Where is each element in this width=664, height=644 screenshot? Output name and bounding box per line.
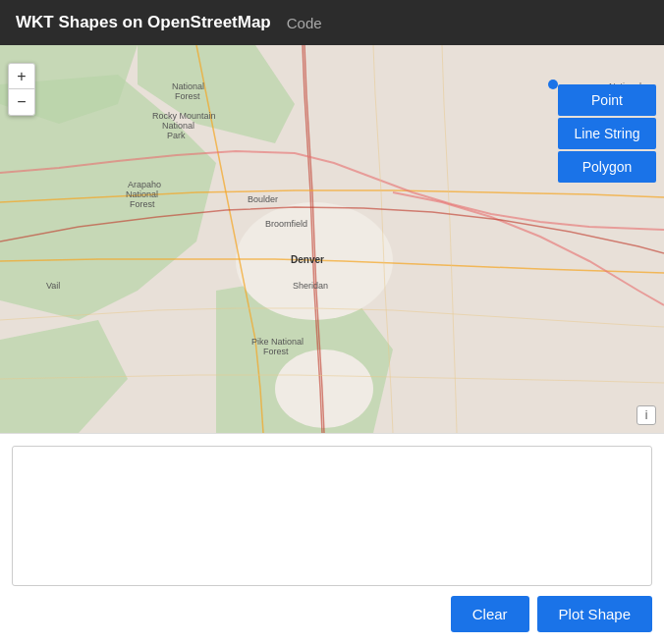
svg-text:Park: Park [167,131,186,140]
line-string-button[interactable]: Line String [558,118,656,149]
map-point-marker [548,80,558,89]
svg-text:National: National [162,121,194,131]
info-button[interactable]: i [636,405,656,425]
svg-text:Arapaho: Arapaho [128,180,161,189]
svg-text:National: National [126,189,158,199]
svg-text:Forest: Forest [263,347,289,356]
svg-text:National: National [172,81,204,91]
svg-text:Sheridan: Sheridan [293,281,328,291]
clear-button[interactable]: Clear [451,596,529,632]
zoom-out-button[interactable]: − [9,89,34,115]
zoom-controls: + − [8,63,35,116]
svg-text:Rocky Mountain: Rocky Mountain [152,111,216,121]
svg-text:Forest: Forest [130,199,155,209]
polygon-button[interactable]: Polygon [558,151,656,183]
svg-text:Pike National: Pike National [251,337,304,347]
svg-text:Broomfield: Broomfield [265,219,307,229]
action-buttons: Clear Plot Shape [12,596,652,632]
zoom-in-button[interactable]: + [9,64,34,89]
bottom-panel: Clear Plot Shape [0,433,664,644]
wkt-input[interactable] [12,446,652,586]
plot-shape-button[interactable]: Plot Shape [537,596,652,632]
code-link[interactable]: Code [287,15,322,31]
svg-text:Boulder: Boulder [248,194,278,204]
svg-text:Forest: Forest [175,91,200,101]
svg-text:Denver: Denver [291,254,324,265]
map-container: Rocky Mountain National Park Arapaho Nat… [0,45,664,433]
app-header: WKT Shapes on OpenStreetMap Code [0,0,664,45]
svg-point-7 [275,349,373,428]
app-title: WKT Shapes on OpenStreetMap [16,13,271,32]
shape-buttons-panel: Point Line String Polygon [558,84,656,183]
point-button[interactable]: Point [558,84,656,116]
svg-text:Vail: Vail [46,281,60,291]
